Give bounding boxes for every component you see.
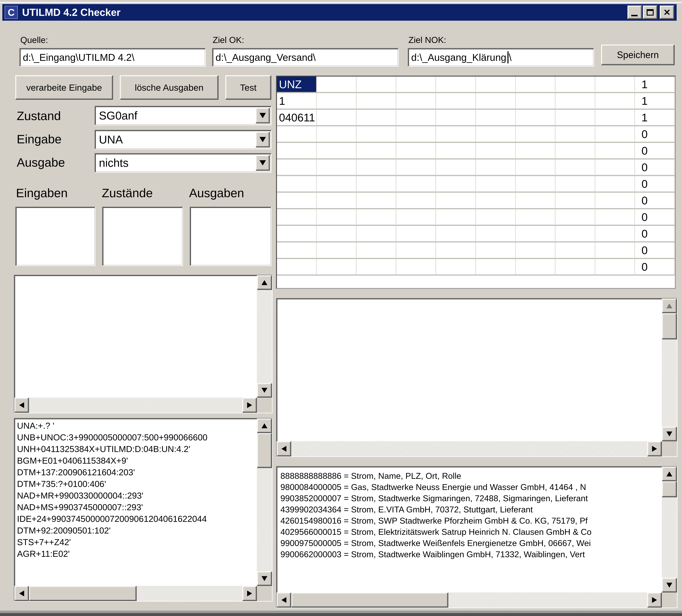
- grid-cell-r7c6[interactable]: [516, 193, 555, 209]
- scroll-up-button[interactable]: [662, 299, 677, 313]
- grid-cell-r2c5[interactable]: [476, 110, 516, 126]
- partner-vscrollbar[interactable]: [662, 467, 677, 592]
- grid-cell-r0c7[interactable]: [555, 76, 595, 93]
- grid-cell-r6c4[interactable]: [436, 176, 476, 193]
- zustand-dropdown-button[interactable]: [255, 108, 270, 124]
- grid-cell-r7c4[interactable]: [436, 193, 476, 209]
- grid-cell-r0c8[interactable]: [595, 76, 635, 93]
- grid-cell-r0c0[interactable]: UNZ: [277, 76, 317, 93]
- grid-cell-r9c6[interactable]: [516, 226, 555, 242]
- grid-cell-r9c2[interactable]: [357, 226, 396, 242]
- grid-cell-r11c7[interactable]: [555, 259, 595, 276]
- grid-cell-r1c1[interactable]: [317, 93, 357, 110]
- grid-cell-r8c8[interactable]: [595, 209, 635, 226]
- scroll-right-button[interactable]: [242, 398, 257, 413]
- grid-cell-r1c7[interactable]: [555, 93, 595, 110]
- zustand-combobox[interactable]: SG0anf: [94, 106, 272, 125]
- grid-cell-r11c1[interactable]: [317, 259, 357, 276]
- ziel-nok-input[interactable]: d:\_Ausgang_Klärung\: [408, 48, 594, 67]
- grid-cell-r2c7[interactable]: [555, 110, 595, 126]
- grid-cell-r1c4[interactable]: [436, 93, 476, 110]
- grid-cell-r4c3[interactable]: [396, 143, 436, 159]
- eingabe-combobox[interactable]: UNA: [94, 130, 272, 149]
- grid-cell-r7c1[interactable]: [317, 193, 357, 209]
- grid-cell-r3c4[interactable]: [436, 126, 476, 143]
- vscrollbar-thumb[interactable]: [257, 433, 272, 468]
- zustaende-listbox[interactable]: [102, 207, 183, 266]
- grid-cell-r0c9[interactable]: 1: [635, 76, 675, 93]
- grid-cell-r7c7[interactable]: [555, 193, 595, 209]
- grid-cell-r5c9[interactable]: 0: [635, 159, 675, 176]
- grid-cell-r7c9[interactable]: 0: [635, 193, 675, 209]
- grid-cell-r8c1[interactable]: [317, 209, 357, 226]
- grid-cell-r10c5[interactable]: [476, 242, 516, 259]
- grid-cell-r8c0[interactable]: [277, 209, 317, 226]
- scroll-up-button[interactable]: [257, 275, 272, 290]
- grid-cell-r8c5[interactable]: [476, 209, 516, 226]
- grid-cell-r4c5[interactable]: [476, 143, 516, 159]
- grid-cell-r0c2[interactable]: [357, 76, 396, 93]
- grid-cell-r8c7[interactable]: [555, 209, 595, 226]
- grid-cell-r3c9[interactable]: 0: [635, 126, 675, 143]
- grid-cell-r1c3[interactable]: [396, 93, 436, 110]
- scroll-down-button[interactable]: [257, 383, 272, 398]
- grid-cell-r2c1[interactable]: [317, 110, 357, 126]
- grid-cell-r4c9[interactable]: 0: [635, 143, 675, 159]
- grid-cell-r9c5[interactable]: [476, 226, 516, 242]
- grid-cell-r3c2[interactable]: [357, 126, 396, 143]
- grid-cell-r1c6[interactable]: [516, 93, 555, 110]
- grid-cell-r1c9[interactable]: 1: [635, 93, 675, 110]
- edifact-vscrollbar[interactable]: [257, 419, 272, 586]
- eingaben-listbox[interactable]: [15, 207, 95, 266]
- grid-cell-r8c6[interactable]: [516, 209, 555, 226]
- grid-cell-r11c8[interactable]: [595, 259, 635, 276]
- grid-cell-r9c3[interactable]: [396, 226, 436, 242]
- partner-list[interactable]: 8888888888886 = Strom, Name, PLZ, Ort, R…: [276, 466, 678, 608]
- grid-cell-r3c3[interactable]: [396, 126, 436, 143]
- grid-cell-r10c4[interactable]: [436, 242, 476, 259]
- grid-cell-r0c4[interactable]: [436, 76, 476, 93]
- grid-cell-r1c0[interactable]: 1: [277, 93, 317, 110]
- maximize-button[interactable]: [643, 5, 657, 19]
- grid-cell-r4c1[interactable]: [317, 143, 357, 159]
- grid-cell-r9c8[interactable]: [595, 226, 635, 242]
- grid-cell-r4c7[interactable]: [555, 143, 595, 159]
- grid-cell-r5c0[interactable]: [277, 159, 317, 176]
- log-panel[interactable]: [14, 275, 273, 413]
- grid-cell-r2c9[interactable]: 1: [635, 110, 675, 126]
- grid-cell-r4c8[interactable]: [595, 143, 635, 159]
- speichern-button[interactable]: Speichern: [601, 45, 675, 65]
- grid-cell-r8c2[interactable]: [357, 209, 396, 226]
- grid-cell-r8c4[interactable]: [436, 209, 476, 226]
- grid-cell-r4c4[interactable]: [436, 143, 476, 159]
- vscrollbar-thumb[interactable]: [662, 313, 677, 339]
- grid-cell-r6c3[interactable]: [396, 176, 436, 193]
- hscrollbar-thumb[interactable]: [29, 586, 137, 601]
- close-button[interactable]: ✕: [660, 5, 674, 19]
- grid-cell-r4c6[interactable]: [516, 143, 555, 159]
- grid-cell-r10c7[interactable]: [555, 242, 595, 259]
- scroll-left-button[interactable]: [15, 398, 29, 413]
- grid-cell-r2c0[interactable]: 040611: [277, 110, 317, 126]
- grid-cell-r7c5[interactable]: [476, 193, 516, 209]
- scroll-up-button[interactable]: [662, 467, 677, 481]
- grid-cell-r7c0[interactable]: [277, 193, 317, 209]
- grid-cell-r1c5[interactable]: [476, 93, 516, 110]
- grid-cell-r2c3[interactable]: [396, 110, 436, 126]
- grid-cell-r11c0[interactable]: [277, 259, 317, 276]
- grid-cell-r6c5[interactable]: [476, 176, 516, 193]
- grid-cell-r10c3[interactable]: [396, 242, 436, 259]
- edifact-hscrollbar[interactable]: [15, 586, 257, 601]
- grid-cell-r6c0[interactable]: [277, 176, 317, 193]
- grid-cell-r11c5[interactable]: [476, 259, 516, 276]
- grid-cell-r3c6[interactable]: [516, 126, 555, 143]
- edifact-textbox[interactable]: UNA:+.? 'UNB+UNOC:3+9900005000007:500+99…: [14, 418, 273, 601]
- grid-cell-r9c9[interactable]: 0: [635, 226, 675, 242]
- grid-cell-r9c0[interactable]: [277, 226, 317, 242]
- test-button[interactable]: Test: [225, 75, 271, 100]
- ziel-ok-input[interactable]: d:\_Ausgang_Versand\: [212, 48, 399, 67]
- grid-cell-r5c7[interactable]: [555, 159, 595, 176]
- grid-cell-r5c6[interactable]: [516, 159, 555, 176]
- grid-cell-r6c8[interactable]: [595, 176, 635, 193]
- quelle-input[interactable]: d:\_Eingang\UTILMD 4.2\: [19, 48, 206, 67]
